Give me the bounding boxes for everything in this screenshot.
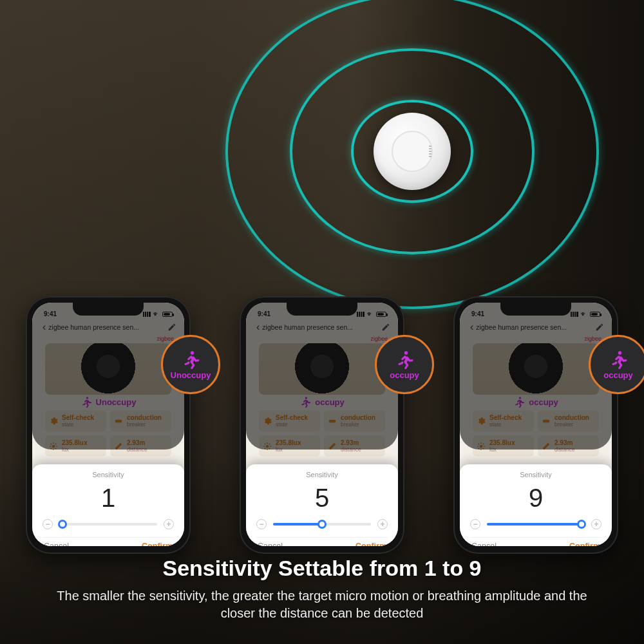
- panel-buttons: Cancel Confirm: [470, 537, 601, 546]
- protocol-badge: zigbee: [39, 336, 178, 342]
- state-badge: occupy: [589, 335, 644, 394]
- tile-self-check[interactable]: Self-checkstate: [259, 410, 320, 431]
- status-time: 9:41: [258, 310, 270, 317]
- badge-text: occupy: [390, 370, 419, 380]
- app-bar: ‹ zigbee human presence sen...: [252, 317, 392, 336]
- confirm-button[interactable]: Confirm: [355, 542, 386, 546]
- edit-icon[interactable]: [167, 323, 176, 332]
- tile-lux[interactable]: 235.8luxlux: [473, 435, 534, 457]
- slider-thumb[interactable]: [58, 520, 67, 529]
- sensitivity-panel: Sensitivity 5 − + Cancel Confirm: [246, 464, 398, 546]
- presence-state: Unoccupy: [39, 396, 178, 410]
- device-preview: [45, 343, 171, 395]
- tile-distance[interactable]: 2.93mdistance: [110, 435, 171, 457]
- info-tiles: Self-checkstate conductionbreaker 235.8l…: [466, 410, 605, 460]
- app-bar: ‹ zigbee human presence sen...: [39, 317, 178, 336]
- tile-lux[interactable]: 235.8luxlux: [259, 435, 320, 457]
- plus-icon[interactable]: +: [164, 519, 174, 529]
- presence-state: occupy: [252, 396, 392, 410]
- back-icon[interactable]: ‹: [40, 321, 48, 333]
- phone-3: 9:41 ᯤ ‹ zigbee human presence sen... zi…: [453, 296, 618, 554]
- slider-track[interactable]: [273, 523, 371, 526]
- tile-distance[interactable]: 2.93mdistance: [324, 435, 385, 457]
- sensitivity-value: 5: [256, 484, 388, 519]
- confirm-button[interactable]: Confirm: [142, 542, 173, 546]
- ruler-icon: [114, 442, 123, 451]
- gear-icon: [263, 417, 272, 426]
- phone-frame: 9:41 ᯤ ‹ zigbee human presence sen... zi…: [453, 296, 618, 554]
- phone-notch: [500, 301, 571, 316]
- status-time: 9:41: [44, 310, 57, 317]
- badge-text: Unoccupy: [171, 370, 211, 380]
- protocol-badge: zigbee: [252, 336, 392, 342]
- slider-fill: [273, 523, 322, 526]
- slider-fill: [487, 523, 582, 526]
- edit-icon[interactable]: [595, 323, 604, 332]
- running-person-icon: [299, 396, 311, 408]
- sensitivity-slider[interactable]: − +: [256, 519, 388, 537]
- ruler-icon: [542, 442, 551, 451]
- cancel-button[interactable]: Cancel: [258, 542, 283, 546]
- presence-state: occupy: [466, 396, 605, 410]
- info-tiles: Self-checkstate conductionbreaker 235.8l…: [252, 410, 392, 460]
- subtext: The smaller the sensitivity, the greater…: [45, 587, 599, 622]
- sensitivity-slider[interactable]: − +: [470, 519, 601, 537]
- app-title: zigbee human presence sen...: [48, 323, 167, 331]
- panel-buttons: Cancel Confirm: [256, 537, 388, 546]
- app-upper: 9:41 ᯤ ‹ zigbee human presence sen... zi…: [32, 303, 184, 464]
- gear-icon: [477, 417, 486, 426]
- presence-label: Unoccupy: [96, 397, 137, 407]
- app-bar: ‹ zigbee human presence sen...: [466, 317, 605, 336]
- sun-icon: [477, 442, 486, 451]
- phone-2: 9:41 ᯤ ‹ zigbee human presence sen... zi…: [240, 296, 404, 554]
- tile-self-check[interactable]: Self-checkstate: [473, 410, 534, 431]
- tile-distance[interactable]: 2.93mdistance: [538, 435, 599, 457]
- tile-breaker[interactable]: conductionbreaker: [538, 410, 599, 431]
- switch-icon: [114, 417, 123, 426]
- slider-thumb[interactable]: [317, 520, 327, 529]
- cancel-button[interactable]: Cancel: [44, 542, 69, 546]
- phone-1: 9:41 ᯤ ‹ zigbee human presence sen... zi…: [26, 296, 191, 554]
- tile-lux[interactable]: 235.8luxlux: [45, 435, 106, 457]
- running-person-icon: [181, 350, 200, 369]
- phone-screen: 9:41 ᯤ ‹ zigbee human presence sen... zi…: [460, 303, 612, 546]
- tile-breaker[interactable]: conductionbreaker: [324, 410, 385, 431]
- minus-icon[interactable]: −: [470, 519, 480, 529]
- switch-icon: [328, 417, 337, 426]
- battery-icon: [376, 312, 386, 317]
- device-preview: [473, 343, 599, 395]
- cancel-button[interactable]: Cancel: [471, 542, 497, 546]
- slider-thumb[interactable]: [577, 520, 586, 529]
- tile-self-check[interactable]: Self-checkstate: [45, 410, 106, 431]
- running-person-icon: [609, 350, 628, 369]
- edit-icon[interactable]: [381, 323, 390, 332]
- phone-frame: 9:41 ᯤ ‹ zigbee human presence sen... zi…: [240, 296, 404, 554]
- headline: Sensitivity Settable from 1 to 9: [45, 556, 599, 581]
- phone-screen: 9:41 ᯤ ‹ zigbee human presence sen... zi…: [246, 303, 398, 546]
- back-icon[interactable]: ‹: [468, 321, 476, 333]
- signal-icon: [357, 312, 365, 317]
- minus-icon[interactable]: −: [256, 519, 267, 529]
- phone-notch: [287, 301, 357, 316]
- sensitivity-slider[interactable]: − +: [43, 519, 174, 537]
- battery-icon: [162, 312, 173, 317]
- panel-buttons: Cancel Confirm: [43, 537, 174, 546]
- running-person-icon: [80, 396, 92, 408]
- ruler-icon: [328, 442, 337, 451]
- minus-icon[interactable]: −: [43, 519, 53, 529]
- slider-track[interactable]: [59, 523, 157, 526]
- app-title: zigbee human presence sen...: [476, 323, 595, 331]
- slider-track[interactable]: [487, 523, 585, 526]
- plus-icon[interactable]: +: [591, 519, 601, 529]
- switch-icon: [542, 417, 551, 426]
- device-preview: [259, 343, 385, 395]
- state-badge: Unoccupy: [161, 335, 220, 394]
- back-icon[interactable]: ‹: [254, 321, 262, 333]
- app-upper: 9:41 ᯤ ‹ zigbee human presence sen... zi…: [460, 303, 612, 464]
- tile-breaker[interactable]: conductionbreaker: [110, 410, 171, 431]
- battery-icon: [590, 312, 600, 317]
- confirm-button[interactable]: Confirm: [569, 542, 600, 546]
- plus-icon[interactable]: +: [377, 519, 388, 529]
- panel-label: Sensitivity: [43, 471, 174, 484]
- sun-icon: [49, 442, 58, 451]
